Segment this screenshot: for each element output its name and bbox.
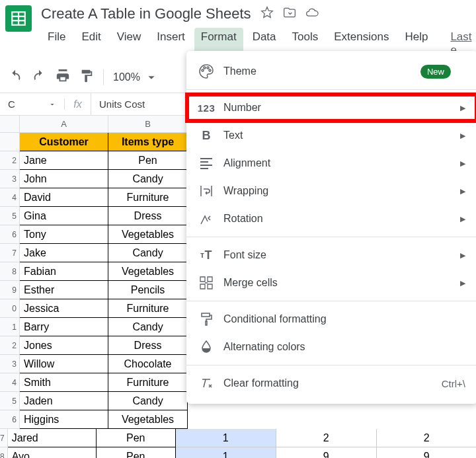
- menu-label: Alignment: [223, 157, 270, 169]
- print-icon[interactable]: [56, 69, 70, 86]
- cell[interactable]: Customer: [20, 133, 108, 151]
- row-header[interactable]: [0, 133, 20, 151]
- menu-alignment[interactable]: Alignment ▶: [186, 149, 476, 177]
- cell[interactable]: Jared: [8, 429, 97, 447]
- menu-rotation[interactable]: Rotation ▶: [186, 205, 476, 233]
- cell[interactable]: Ayo: [8, 447, 97, 458]
- cell[interactable]: Barry: [20, 318, 108, 336]
- cell[interactable]: Pencils: [108, 281, 188, 299]
- cell[interactable]: David: [20, 188, 108, 207]
- menu-number[interactable]: 123 Number ▶: [186, 94, 476, 122]
- row-header[interactable]: 8: [0, 447, 8, 458]
- cell[interactable]: Fabian: [20, 262, 108, 281]
- document-title[interactable]: Create A Table in Google Sheets: [41, 5, 251, 22]
- cell[interactable]: 9: [377, 447, 476, 458]
- cell[interactable]: Higgins: [20, 410, 108, 429]
- cell[interactable]: Dress: [108, 207, 188, 225]
- row-header[interactable]: 2: [0, 336, 20, 355]
- bold-icon: B: [198, 128, 214, 143]
- cell[interactable]: Gina: [20, 207, 108, 225]
- menu-label: Theme: [223, 65, 257, 77]
- column-header[interactable]: A: [20, 116, 108, 133]
- menu-label: Clear formatting: [223, 377, 299, 389]
- cell[interactable]: Jaden: [20, 392, 108, 410]
- chevron-down-icon: [144, 70, 159, 85]
- menubar-item-edit[interactable]: Edit: [75, 28, 107, 59]
- row-header[interactable]: 6: [0, 410, 20, 429]
- row-header[interactable]: 4: [0, 373, 20, 392]
- cell[interactable]: Vegetables: [108, 410, 188, 429]
- cell[interactable]: 2: [377, 429, 476, 447]
- cloud-status-icon[interactable]: [305, 6, 319, 22]
- row-header[interactable]: 3: [0, 355, 20, 373]
- undo-icon[interactable]: [8, 69, 22, 86]
- cell[interactable]: 1: [176, 429, 276, 447]
- menu-font-size[interactable]: тT Font size ▶: [186, 241, 476, 269]
- row-header[interactable]: 2: [0, 151, 20, 170]
- move-folder-icon[interactable]: [283, 6, 296, 22]
- cell[interactable]: 2: [276, 429, 377, 447]
- formula-input[interactable]: Units Cost: [91, 98, 145, 110]
- cell[interactable]: Furniture: [108, 188, 188, 207]
- row-header[interactable]: 5: [0, 207, 20, 225]
- select-all-corner[interactable]: [0, 116, 20, 133]
- cell[interactable]: Candy: [108, 318, 188, 336]
- row-header[interactable]: 6: [0, 225, 20, 244]
- menu-label: Merge cells: [223, 277, 278, 289]
- cell[interactable]: Esther: [20, 281, 108, 299]
- cell[interactable]: Jessica: [20, 299, 108, 318]
- cell[interactable]: Vegetables: [108, 262, 188, 281]
- cell[interactable]: Smith: [20, 373, 108, 392]
- font-size-icon: тT: [198, 247, 214, 263]
- menubar-item-view[interactable]: View: [110, 28, 148, 59]
- cell[interactable]: Vegetables: [108, 225, 188, 244]
- cell[interactable]: Items type: [108, 133, 188, 151]
- cell[interactable]: Candy: [108, 392, 188, 410]
- cell[interactable]: Pen: [97, 447, 176, 458]
- zoom-dropdown[interactable]: 100%: [113, 70, 159, 85]
- sheets-logo[interactable]: [5, 5, 32, 32]
- menu-separator: [186, 365, 476, 365]
- cell[interactable]: Tony: [20, 225, 108, 244]
- cell[interactable]: Willow: [20, 355, 108, 373]
- cell[interactable]: Pen: [97, 429, 176, 447]
- menu-merge-cells[interactable]: Merge cells ▶: [186, 269, 476, 297]
- menubar-item-file[interactable]: File: [41, 28, 72, 59]
- cell[interactable]: Jake: [20, 244, 108, 262]
- row-header[interactable]: 5: [0, 392, 20, 410]
- cell[interactable]: Pen: [108, 151, 188, 170]
- row-header[interactable]: 9: [0, 281, 20, 299]
- row-header[interactable]: 4: [0, 188, 20, 207]
- row-header[interactable]: 3: [0, 170, 20, 188]
- cell[interactable]: Furniture: [108, 299, 188, 318]
- cell[interactable]: Jones: [20, 336, 108, 355]
- column-header[interactable]: B: [108, 116, 188, 133]
- cell[interactable]: 1: [176, 447, 276, 458]
- menu-theme[interactable]: Theme New: [186, 57, 476, 85]
- cell[interactable]: Candy: [108, 170, 188, 188]
- row-header[interactable]: 7: [0, 244, 20, 262]
- cell[interactable]: 9: [276, 447, 377, 458]
- cell-reference: C: [8, 98, 15, 110]
- row-header[interactable]: 0: [0, 299, 20, 318]
- cell[interactable]: Candy: [108, 244, 188, 262]
- menu-clear-formatting[interactable]: Clear formatting Ctrl+\: [186, 369, 476, 397]
- cell[interactable]: Dress: [108, 336, 188, 355]
- menu-alternating-colors[interactable]: Alternating colors: [186, 333, 476, 361]
- row-header[interactable]: 1: [0, 318, 20, 336]
- menu-text[interactable]: B Text ▶: [186, 122, 476, 149]
- row-header[interactable]: 7: [0, 429, 8, 447]
- cell[interactable]: John: [20, 170, 108, 188]
- name-box[interactable]: C: [0, 98, 65, 110]
- menu-wrapping[interactable]: Wrapping ▶: [186, 177, 476, 205]
- star-icon[interactable]: [260, 6, 274, 22]
- redo-icon[interactable]: [32, 69, 46, 86]
- rotation-icon: [198, 211, 214, 227]
- menu-conditional-formatting[interactable]: Conditional formatting: [186, 305, 476, 333]
- menubar-item-insert[interactable]: Insert: [150, 28, 192, 59]
- cell[interactable]: Jane: [20, 151, 108, 170]
- paint-format-icon[interactable]: [79, 69, 94, 86]
- cell[interactable]: Furniture: [108, 373, 188, 392]
- row-header[interactable]: 8: [0, 262, 20, 281]
- cell[interactable]: Chocolate: [108, 355, 188, 373]
